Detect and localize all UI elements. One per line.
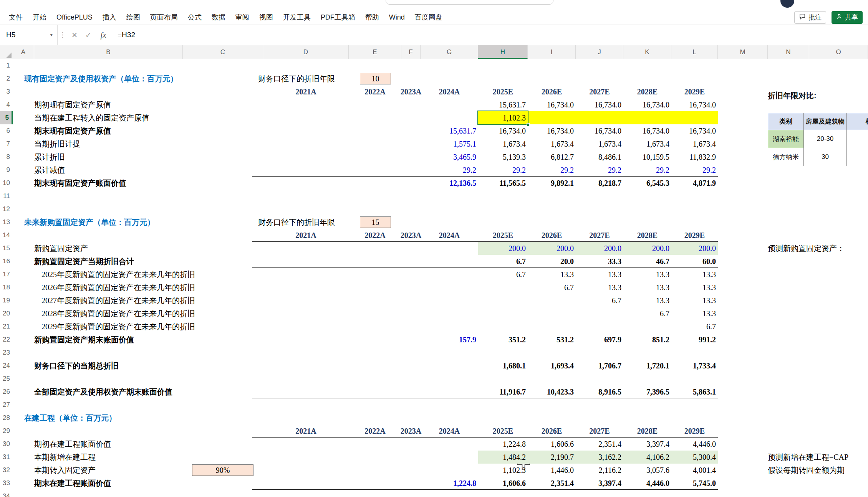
cell-I33[interactable]: 2,351.4 <box>528 477 576 490</box>
cell-H16[interactable]: 6.7 <box>478 255 528 268</box>
side-table-cell-r2c3[interactable]: 5~1 <box>847 148 868 166</box>
cell-B31[interactable]: 本期新增在建工程 <box>34 451 183 464</box>
cell-H17[interactable]: 6.7 <box>478 268 528 281</box>
col-header-N[interactable]: N <box>768 45 809 59</box>
cell-N15[interactable]: 预测新购置固定资产： <box>768 242 809 255</box>
cell-K4[interactable]: 16,734.0 <box>623 98 671 111</box>
cell-H33[interactable]: 1,606.6 <box>478 477 528 490</box>
cell-E2[interactable]: 10 <box>360 73 391 84</box>
cell-L18[interactable]: 13.3 <box>671 281 718 294</box>
cell-K15[interactable]: 200.0 <box>623 242 671 255</box>
menu-item-15[interactable]: 百度网盘 <box>410 13 447 22</box>
cell-B20[interactable]: 2028年度新购置的固定资产在未来几年的折旧 <box>41 307 190 320</box>
cell-G33[interactable]: 1,224.8 <box>421 477 478 490</box>
cell-B24[interactable]: 财务口径下的当期总折旧 <box>34 359 183 372</box>
cell-G6[interactable]: 15,631.7 <box>421 124 478 137</box>
col-header-G[interactable]: G <box>421 45 478 59</box>
cell-A13[interactable]: 未来新购置固定资产（单位：百万元） <box>24 216 46 229</box>
cell-L19[interactable]: 13.3 <box>671 294 718 307</box>
cell-L17[interactable]: 13.3 <box>671 268 718 281</box>
col-header-L[interactable]: L <box>671 45 718 59</box>
cell-J7[interactable]: 1,673.4 <box>576 137 623 150</box>
col-header-H[interactable]: H <box>478 45 528 59</box>
cell-L31[interactable]: 5,300.4 <box>671 451 718 464</box>
avatar[interactable] <box>780 0 794 8</box>
cell-K5[interactable] <box>623 111 671 124</box>
cell-L9[interactable]: 29.2 <box>671 163 718 177</box>
cell-J15[interactable]: 200.0 <box>576 242 623 255</box>
cell-K31[interactable]: 4,106.2 <box>623 451 671 464</box>
cell-L10[interactable]: 4,871.9 <box>671 177 718 190</box>
cell-D14[interactable]: 2021A <box>268 229 345 242</box>
cell-I31[interactable]: 2,190.7 <box>528 451 576 464</box>
cell-K22[interactable]: 851.2 <box>623 333 671 346</box>
cell-K30[interactable]: 3,397.4 <box>623 438 671 451</box>
cell-K19[interactable]: 13.3 <box>623 294 671 307</box>
cell-I17[interactable]: 13.3 <box>528 268 576 281</box>
cell-I7[interactable]: 1,673.4 <box>528 137 576 150</box>
cell-J17[interactable]: 13.3 <box>576 268 623 281</box>
cell-K8[interactable]: 10,159.5 <box>623 150 671 163</box>
cell-H24[interactable]: 1,680.1 <box>478 359 528 372</box>
menu-item-5[interactable]: 绘图 <box>121 13 145 22</box>
formula-input[interactable]: =H32 <box>111 31 135 39</box>
select-all-corner[interactable] <box>0 45 13 59</box>
comments-button[interactable]: 批注 <box>794 11 826 24</box>
cell-J18[interactable]: 13.3 <box>576 281 623 294</box>
side-table-cell-r1c3[interactable]: 5~1 <box>847 130 868 148</box>
cell-I30[interactable]: 1,606.6 <box>528 438 576 451</box>
cell-L8[interactable]: 11,832.9 <box>671 150 718 163</box>
cell-K17[interactable]: 13.3 <box>623 268 671 281</box>
cell-N31[interactable]: 预测新增在建工程=CAP <box>768 451 809 464</box>
menu-item-9[interactable]: 审阅 <box>230 13 254 22</box>
cell-L7[interactable]: 1,673.4 <box>671 137 718 150</box>
cell-J5[interactable] <box>576 111 623 124</box>
cell-K7[interactable]: 1,673.4 <box>623 137 671 150</box>
menu-item-10[interactable]: 视图 <box>254 13 278 22</box>
cell-D29[interactable]: 2021A <box>268 424 345 438</box>
cell-B10[interactable]: 期末现有固定资产账面价值 <box>34 177 183 190</box>
cell-I16[interactable]: 20.0 <box>528 255 576 268</box>
cell-G9[interactable]: 29.2 <box>421 163 478 177</box>
cell-J10[interactable]: 8,218.7 <box>576 177 623 190</box>
cell-B16[interactable]: 新购置固定资产当期折旧合计 <box>34 255 183 268</box>
menu-item-7[interactable]: 公式 <box>183 13 207 22</box>
cell-B7[interactable]: 当期折旧计提 <box>34 137 183 150</box>
cell-H32[interactable]: 1,102.3 <box>478 464 528 477</box>
cell-B8[interactable]: 累计折旧 <box>34 150 183 163</box>
cell-J19[interactable]: 6.7 <box>576 294 623 307</box>
cell-L33[interactable]: 5,745.0 <box>671 477 718 490</box>
cell-L22[interactable]: 991.2 <box>671 333 718 346</box>
cell-L24[interactable]: 1,733.4 <box>671 359 718 372</box>
menu-item-4[interactable]: 插入 <box>98 13 121 22</box>
name-box[interactable]: H5 ▾ <box>0 25 58 45</box>
cell-L5[interactable] <box>671 111 718 124</box>
fill-handle[interactable] <box>527 123 530 126</box>
cell-N32[interactable]: 假设每期转固金额为期 <box>768 464 809 477</box>
cell-L32[interactable]: 4,001.4 <box>671 464 718 477</box>
menu-item-11[interactable]: 开发工具 <box>278 13 316 22</box>
menu-item-13[interactable]: 帮助 <box>360 13 384 22</box>
cell-B32[interactable]: 本期转入固定资产 <box>34 464 183 477</box>
col-header-O[interactable]: O <box>809 45 868 59</box>
col-header-C[interactable]: C <box>183 45 263 59</box>
menu-item-6[interactable]: 页面布局 <box>145 13 183 22</box>
cell-D13[interactable]: 财务口径下的折旧年限 <box>258 216 344 229</box>
cell-H9[interactable]: 29.2 <box>478 163 528 177</box>
cell-K10[interactable]: 6,545.3 <box>623 177 671 190</box>
cell-H7[interactable]: 1,673.4 <box>478 137 528 150</box>
cell-L14[interactable]: 2029E <box>656 229 733 242</box>
cell-H8[interactable]: 5,139.3 <box>478 150 528 163</box>
cell-K6[interactable]: 16,734.0 <box>623 124 671 137</box>
namebox-dropdown-icon[interactable]: ▾ <box>50 25 53 45</box>
cell-J31[interactable]: 3,162.2 <box>576 451 623 464</box>
cell-H26[interactable]: 11,916.7 <box>478 385 528 398</box>
cell-B21[interactable]: 2029年度新购置的固定资产在未来几年的折旧 <box>41 320 190 333</box>
cell-L29[interactable]: 2029E <box>656 424 733 438</box>
cell-B17[interactable]: 2025年度新购置的固定资产在未来几年的折旧 <box>41 268 190 281</box>
cell-K32[interactable]: 3,057.6 <box>623 464 671 477</box>
cell-B4[interactable]: 期初现有固定资产原值 <box>34 98 183 111</box>
cell-J4[interactable]: 16,734.0 <box>576 98 623 111</box>
cell-I18[interactable]: 6.7 <box>528 281 576 294</box>
col-header-J[interactable]: J <box>576 45 623 59</box>
